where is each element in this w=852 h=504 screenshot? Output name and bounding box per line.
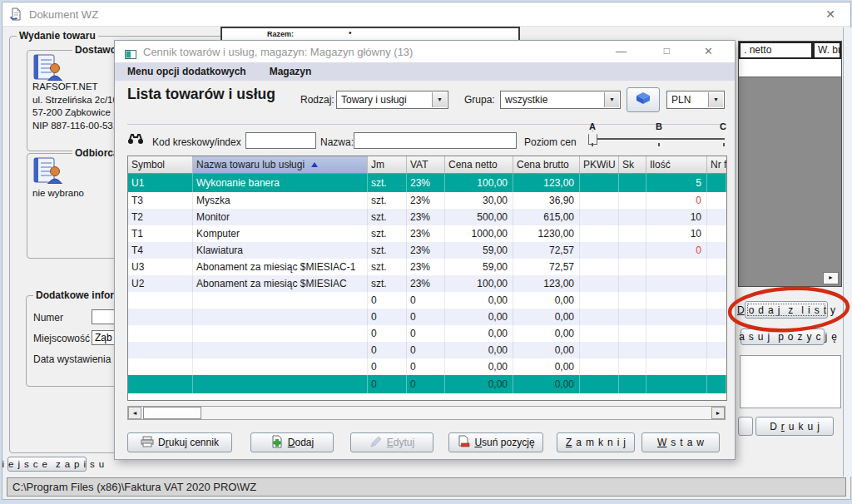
column-header-ilosc[interactable]: Ilość — [646, 156, 707, 174]
cell-brutto: 0,00 — [513, 358, 580, 375]
grupa-select[interactable]: wszystkie ▼ — [500, 91, 621, 109]
price-level-slider[interactable] — [594, 138, 725, 140]
recipient-value: nie wybrano — [32, 187, 84, 200]
table-row[interactable]: T1Komputerszt.23%1000,001230,0010 — [128, 225, 726, 242]
cell-ilosc: 5 — [646, 174, 707, 192]
dodaj-z-listy-button[interactable]: Dodaj z listy — [745, 301, 828, 319]
cell-pkwiu — [580, 358, 619, 375]
nazwa-input[interactable] — [354, 132, 517, 149]
scrollbar-thumb[interactable] — [143, 407, 201, 419]
table-row[interactable]: U3Abonament za miesiąc $MIESIAC-1szt.23%… — [128, 259, 726, 275]
poziom-cen-label: Poziom cen — [524, 136, 577, 148]
cell-symbol: T3 — [128, 192, 193, 209]
screenshot-root: { "colors": { "selection_teal": "#00A69C… — [0, 0, 852, 504]
column-header-netto[interactable]: Cena netto — [445, 156, 513, 174]
cell-jm: 0 — [368, 309, 407, 325]
table-row[interactable]: U2Abonament za miesiąc $MIESIACszt.23%10… — [128, 275, 726, 292]
partial-hidden-button[interactable] — [738, 417, 753, 436]
table-row[interactable]: T3Myszkaszt.23%30,0036,900 — [128, 192, 726, 209]
menu-opcje-dodatkowe[interactable]: Menu opcji dodatkowych — [127, 66, 246, 77]
chevron-down-icon[interactable]: ▼ — [708, 92, 723, 107]
miejscowosc-label: Miejscowość — [33, 333, 90, 344]
cell-nrfa — [707, 242, 726, 259]
column-header-nrfa[interactable]: Nr fa — [707, 156, 726, 174]
notes-box[interactable] — [740, 355, 841, 408]
table-row[interactable]: 000,000,00 — [128, 358, 726, 375]
currency-select[interactable]: PLN ▼ — [666, 91, 725, 109]
column-header-pkwiu[interactable]: PKWiU — [580, 156, 619, 174]
table-row[interactable]: 000,000,00 — [128, 375, 726, 393]
close-icon[interactable]: ✕ — [704, 45, 713, 57]
table-row[interactable]: T2Monitorszt.23%500,00615,0010 — [128, 209, 726, 225]
cell-ilosc: 0 — [646, 242, 707, 259]
cell-sk — [619, 242, 646, 259]
column-header-nazwa[interactable]: Nazwa towaru lub usługi — [193, 156, 368, 174]
cell-sk — [619, 342, 646, 358]
table-row[interactable]: 000,000,00 — [128, 342, 726, 358]
scroll-right-icon[interactable]: ► — [711, 407, 725, 419]
dialog-titlebar: Cennik towarów i usług, magazyn: Magazyn… — [115, 41, 735, 62]
usun-pozycje-button[interactable]: Usuń pozycję — [448, 432, 543, 452]
cennik-dialog: Cennik towarów i usług, magazyn: Magazyn… — [114, 40, 736, 460]
main-close-icon[interactable]: ✕ — [825, 7, 835, 21]
cell-pkwiu — [580, 192, 619, 209]
cell-netto: 500,00 — [445, 209, 513, 225]
magazyn-cube-button[interactable] — [627, 87, 660, 112]
rodzaj-select[interactable]: Towary i usługi ▼ — [336, 91, 448, 109]
table-row[interactable]: 000,000,00 — [128, 309, 726, 325]
cell-sk — [619, 325, 646, 342]
table-row[interactable]: T4Klawiaturaszt.23%59,0072,570 — [128, 242, 726, 259]
cell-vat: 0 — [407, 358, 445, 375]
chevron-down-icon[interactable]: ▼ — [604, 92, 619, 107]
wz-col-netto[interactable]: . netto — [739, 42, 813, 59]
cell-pkwiu — [580, 275, 619, 292]
dodaj-button[interactable]: Dodaj — [250, 432, 334, 452]
cell-brutto: 0,00 — [513, 325, 580, 342]
miejsce-zapisu-button[interactable]: Miejsce zapisu — [7, 457, 87, 472]
drukuj-cennik-button[interactable]: Drukuj cennik — [127, 432, 232, 452]
cell-brutto: 123,00 — [513, 174, 580, 192]
cell-ilosc: 10 — [646, 209, 707, 225]
column-header-jm[interactable]: Jm — [368, 156, 407, 174]
slider-tick-c — [723, 143, 725, 146]
cell-nazwa: Wykonanie banera — [193, 174, 368, 192]
cell-nrfa — [707, 292, 726, 309]
menu-magazyn[interactable]: Magazyn — [270, 66, 312, 77]
cell-sk — [619, 275, 646, 292]
table-row[interactable]: 000,000,00 — [128, 325, 726, 342]
table-row[interactable]: 000,000,00 — [128, 292, 726, 309]
kasuj-pozycje-button[interactable]: Kasuj pozycję — [741, 329, 825, 345]
wz-empty-row[interactable] — [739, 59, 841, 77]
column-header-symbol[interactable]: Symbol — [128, 156, 193, 174]
remove-item-icon — [457, 435, 470, 451]
wz-scroll-right-icon[interactable]: ► — [823, 272, 839, 284]
table-row[interactable]: U1Wykonanie baneraszt.23%100,00123,005 — [128, 174, 726, 192]
chevron-down-icon[interactable]: ▼ — [432, 92, 447, 107]
column-header-vat[interactable]: VAT — [407, 156, 445, 174]
drukuj-button[interactable]: Drukuj — [755, 417, 834, 436]
edytuj-button[interactable]: Edytuj — [350, 432, 433, 452]
cell-ilosc: 0 — [646, 192, 707, 209]
wz-col-brutto[interactable]: W. brutto — [813, 42, 841, 59]
printer-icon — [141, 436, 154, 450]
currency-value: PLN — [671, 94, 691, 106]
maximize-icon[interactable]: □ — [664, 45, 670, 57]
minimize-icon[interactable]: — — [616, 45, 627, 57]
table-hscrollbar[interactable]: ◄ ► — [127, 406, 726, 420]
cell-symbol: U3 — [128, 259, 193, 275]
scroll-left-icon[interactable]: ◄ — [128, 407, 141, 419]
column-header-brutto[interactable]: Cena brutto — [513, 156, 580, 174]
wstaw-button[interactable]: Wstaw — [641, 432, 720, 452]
kod-kreskowy-input[interactable] — [245, 132, 316, 149]
data-wystawienia-label: Data wystawienia — [33, 353, 111, 365]
column-header-sk[interactable]: Sk — [619, 156, 646, 174]
slider-thumb[interactable] — [588, 131, 597, 145]
cennik-app-icon — [125, 47, 136, 57]
cell-brutto: 72,57 — [513, 259, 580, 275]
cell-sk — [619, 174, 646, 192]
cell-pkwiu — [580, 209, 619, 225]
nazwa-label: Nazwa: — [320, 136, 354, 148]
zamknij-button[interactable]: Zamknij — [557, 432, 635, 452]
cell-netto: 1000,00 — [445, 225, 513, 242]
cell-vat: 0 — [407, 325, 445, 342]
